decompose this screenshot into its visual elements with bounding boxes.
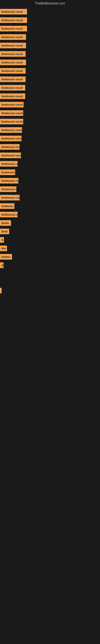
bottleneck-bar: Bottleneck result — [0, 26, 27, 32]
bottleneck-bar: Bottleneck result — [0, 152, 21, 158]
bar-row: Bottleneck result — [0, 110, 100, 116]
bar-row: Bottleneck resu — [0, 195, 100, 200]
bottleneck-bar: Bottleneck result — [0, 17, 27, 23]
bottleneck-bar: Bottleneck — [0, 170, 15, 175]
bottleneck-bar: Bottleneck result — [0, 127, 22, 133]
bar-row: Bottleneck result — [0, 17, 100, 23]
bottleneck-bar: Bottl — [0, 228, 9, 234]
bar-row: B — [0, 237, 100, 243]
bottleneck-bar: Bottleneck result — [0, 94, 25, 99]
bar-row: Bottlen — [0, 254, 100, 260]
bottleneck-bar: Bottlen — [0, 254, 12, 260]
bottleneck-bar: Bottleneck result — [0, 110, 23, 116]
bar-row: B — [0, 262, 100, 268]
bar-row: Bottlenec — [0, 203, 100, 209]
bottleneck-bar: Bottleneck result — [0, 76, 26, 82]
bar-row: Bottleneck resu — [0, 144, 100, 150]
bar-row: Bottleneck result — [0, 136, 100, 141]
bottleneck-bar: Bottleneck resu — [0, 144, 20, 150]
bottleneck-bar: Bottleneck result — [0, 119, 23, 124]
bar-row: Bottleneck re — [0, 161, 100, 167]
bar-row-spacer — [0, 279, 100, 288]
bottleneck-bar: Bottleneck re — [0, 212, 18, 217]
bottleneck-bar: Bottleneck result — [0, 43, 26, 48]
bar-row: Bottleneck result — [0, 94, 100, 99]
bar-row: Bottleneck result — [0, 68, 100, 74]
bar-row: Bottleneck re — [0, 212, 100, 217]
bar-row-spacer — [0, 296, 100, 305]
bar-row: Bottleneck result — [0, 152, 100, 158]
bottleneck-bar: Bottleneck re — [0, 161, 18, 167]
bottleneck-bar: Bottleneck r — [0, 186, 16, 192]
bottleneck-bar: Bot — [0, 246, 7, 251]
bar-row: Bottleneck result — [0, 43, 100, 48]
bottleneck-bar: Bottleneck result — [0, 60, 26, 65]
site-title: TheBottlenecker.com — [0, 0, 100, 7]
bottleneck-bar: Bottleneck result — [0, 9, 27, 14]
bar-row-spacer — [0, 313, 100, 322]
bar-row: Bottleneck — [0, 170, 100, 175]
bottleneck-bar: Bottle — [0, 220, 11, 226]
bar-row: l — [0, 288, 100, 294]
bar-row: Bottleneck result — [0, 127, 100, 133]
bottleneck-bar: Bottleneck result — [0, 85, 25, 90]
bar-row: Bottleneck result — [0, 119, 100, 124]
bottleneck-bar: l — [0, 288, 1, 294]
bottleneck-bar: Bottleneck resu — [0, 195, 20, 200]
bottleneck-bar: Bottleneck result — [0, 136, 22, 141]
bar-row: Bottleneck result — [0, 9, 100, 14]
bar-row: Bottleneck result — [0, 85, 100, 90]
bars-container: Bottleneck resultBottleneck resultBottle… — [0, 7, 100, 324]
bar-row-spacer — [0, 271, 100, 279]
bottleneck-bar: Bottleneck result — [0, 102, 24, 108]
bar-row-spacer — [0, 305, 100, 313]
bar-row: Bottle — [0, 220, 100, 226]
bar-row: Bot — [0, 246, 100, 251]
bar-row: Bottleneck res — [0, 178, 100, 184]
bar-row: Bottleneck result — [0, 76, 100, 82]
bar-row: Bottleneck result — [0, 26, 100, 32]
bottleneck-bar: Bottleneck result — [0, 51, 26, 57]
bottleneck-bar: Bottleneck res — [0, 178, 18, 184]
bottleneck-bar: B — [0, 237, 4, 243]
bottleneck-bar: Bottlenec — [0, 203, 14, 209]
bar-row: Bottleneck result — [0, 34, 100, 40]
bar-row: Bottl — [0, 228, 100, 234]
bar-row: Bottleneck result — [0, 102, 100, 108]
bottleneck-bar: Bottleneck result — [0, 34, 26, 40]
bar-row: Bottleneck result — [0, 60, 100, 65]
bar-row: Bottleneck r — [0, 186, 100, 192]
bottleneck-bar: B — [0, 262, 3, 268]
bar-row: Bottleneck result — [0, 51, 100, 57]
bottleneck-bar: Bottleneck result — [0, 68, 26, 74]
